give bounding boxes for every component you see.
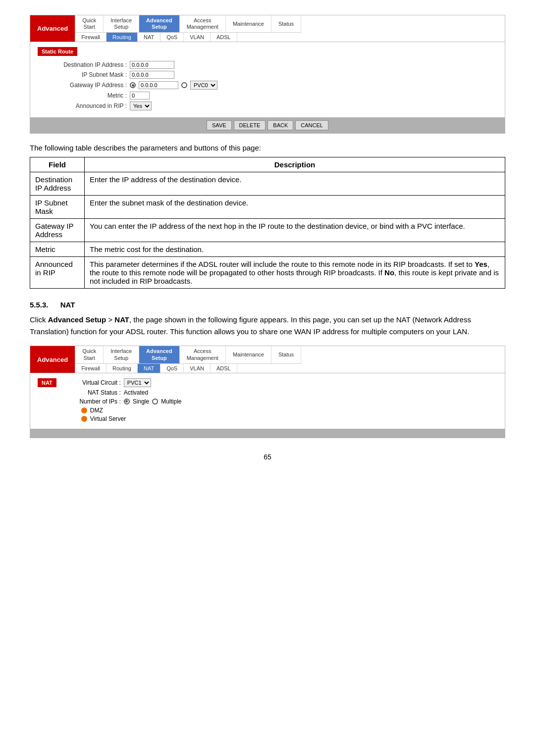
- section-number: 5.5.3.: [30, 301, 49, 309]
- cancel-button[interactable]: CANCEL: [295, 120, 328, 130]
- section-label-1: Static Route: [38, 47, 77, 56]
- nav-nat[interactable]: NAT: [138, 33, 160, 42]
- nav2-adsl[interactable]: ADSL: [211, 364, 237, 373]
- subnet-mask-label: IP Subnet Mask :: [48, 71, 127, 78]
- nav-top-2: Advanced QuickStart InterfaceSetup Advan…: [30, 346, 505, 373]
- nav2-routing[interactable]: Routing: [107, 364, 138, 373]
- nav-vlan[interactable]: VLAN: [184, 33, 211, 42]
- subnet-mask-row: IP Subnet Mask :: [48, 71, 497, 79]
- section-title: NAT: [60, 301, 75, 309]
- nav2-status[interactable]: Status: [271, 346, 301, 363]
- nav2-qos[interactable]: QoS: [160, 364, 184, 373]
- panel1-content: Static Route Destination IP Address : IP…: [30, 42, 505, 117]
- save-button[interactable]: SAVE: [207, 120, 232, 130]
- gateway-radio-group: PVC0 PVC1: [130, 81, 217, 90]
- nat-form: Virtual Circuit : PVC1 PVC0 NAT Status :…: [66, 378, 182, 424]
- panel2-content: NAT Virtual Circuit : PVC1 PVC0 NAT Stat…: [30, 373, 505, 429]
- metric-label: Metric :: [48, 92, 127, 99]
- nav2-interface-setup[interactable]: InterfaceSetup: [104, 346, 139, 363]
- nav-quick-start[interactable]: QuickStart: [75, 15, 104, 32]
- router-panel-2: Advanced QuickStart InterfaceSetup Advan…: [30, 346, 505, 438]
- nav-adsl[interactable]: ADSL: [211, 33, 237, 42]
- desc-destination: Enter the IP address of the destination …: [85, 172, 505, 196]
- announced-label: Announced in RIP :: [48, 102, 127, 109]
- dest-ip-row: Destination IP Address :: [48, 61, 497, 69]
- virtual-server-item[interactable]: Virtual Server: [81, 415, 182, 422]
- back-button[interactable]: BACK: [268, 120, 293, 130]
- subnet-mask-input[interactable]: [130, 71, 174, 79]
- nav2-quick-start[interactable]: QuickStart: [75, 346, 104, 363]
- num-ips-row: Number of IPs : Single Multiple: [66, 398, 182, 405]
- nav-top-row-1: QuickStart InterfaceSetup AdvancedSetup …: [75, 15, 301, 32]
- multiple-label: Multiple: [161, 398, 181, 405]
- dest-ip-label: Destination IP Address :: [48, 61, 127, 68]
- nat-status-value: Activated: [124, 389, 148, 396]
- nav2-firewall[interactable]: Firewall: [75, 364, 107, 373]
- table-row: DestinationIP Address Enter the IP addre…: [30, 172, 505, 196]
- field-subnet: IP SubnetMask: [30, 196, 85, 219]
- button-bar-1: SAVE DELETE BACK CANCEL: [30, 117, 505, 133]
- field-gateway: Gateway IPAddress: [30, 219, 85, 242]
- dest-ip-input[interactable]: [130, 61, 174, 69]
- nav2-vlan[interactable]: VLAN: [184, 364, 211, 373]
- table-row: Metric The metric cost for the destinati…: [30, 242, 505, 257]
- gateway-pvc-select[interactable]: PVC0 PVC1: [190, 81, 217, 90]
- nav-routing[interactable]: Routing: [107, 33, 138, 42]
- nav-firewall[interactable]: Firewall: [75, 33, 107, 42]
- virtual-circuit-select[interactable]: PVC1 PVC0: [124, 378, 151, 387]
- announced-select[interactable]: Yes No: [130, 101, 152, 110]
- nav-qos[interactable]: QoS: [160, 33, 184, 42]
- desc-table: Field Description DestinationIP Address …: [30, 157, 505, 289]
- body-text-nat: Click Advanced Setup > NAT, the page sho…: [30, 314, 505, 338]
- desc-announced: This parameter determines if the ADSL ro…: [85, 257, 505, 289]
- nav2-maintenance[interactable]: Maintenance: [226, 346, 271, 363]
- gateway-radio-pvc[interactable]: [181, 82, 187, 88]
- gateway-ip-label: Gateway IP Address :: [48, 82, 127, 89]
- table-row: IP SubnetMask Enter the subnet mask of t…: [30, 196, 505, 219]
- single-label: Single: [133, 398, 149, 405]
- metric-input[interactable]: [130, 92, 150, 100]
- nav-advanced-setup[interactable]: AdvancedSetup: [139, 15, 180, 32]
- nav-group-2: QuickStart InterfaceSetup AdvancedSetup …: [75, 346, 301, 372]
- nav2-advanced-setup[interactable]: AdvancedSetup: [139, 346, 180, 363]
- brand-2: Advanced: [30, 346, 75, 372]
- single-radio[interactable]: [124, 399, 130, 404]
- nat-status-label: NAT Status :: [66, 389, 121, 396]
- nav-group-1: QuickStart InterfaceSetup AdvancedSetup …: [75, 15, 301, 42]
- dmz-item[interactable]: DMZ: [81, 407, 182, 414]
- router-panel-1: Advanced QuickStart InterfaceSetup Advan…: [30, 15, 505, 134]
- section-label-2: NAT: [38, 378, 56, 387]
- desc-gateway: You can enter the IP address of the next…: [85, 219, 505, 242]
- nav2-access-mgmt[interactable]: AccessManagement: [180, 346, 226, 363]
- virtual-circuit-label: Virtual Circuit :: [66, 379, 121, 386]
- dmz-dot: [81, 407, 87, 413]
- desc-subnet: Enter the subnet mask of the destination…: [85, 196, 505, 219]
- nav-bottom-row-1: Firewall Routing NAT QoS VLAN ADSL: [75, 32, 301, 42]
- table-row: Announcedin RIP This parameter determine…: [30, 257, 505, 289]
- nav-top-1: Advanced QuickStart InterfaceSetup Advan…: [30, 15, 505, 42]
- gateway-ip-input[interactable]: [139, 81, 178, 89]
- gateway-radio-selected[interactable]: [130, 82, 136, 88]
- announced-row: Announced in RIP : Yes No: [48, 101, 497, 110]
- nav-maintenance[interactable]: Maintenance: [226, 15, 271, 32]
- delete-button[interactable]: DELETE: [234, 120, 266, 130]
- nav-access-mgmt[interactable]: AccessManagement: [180, 15, 226, 32]
- section-553-heading: 5.5.3. NAT: [30, 301, 505, 309]
- metric-row: Metric :: [48, 92, 497, 100]
- nav-status[interactable]: Status: [271, 15, 301, 32]
- page-number: 65: [30, 453, 505, 461]
- virtual-server-dot: [81, 416, 87, 422]
- nat-status-row: NAT Status : Activated: [66, 389, 182, 396]
- nav-interface-setup[interactable]: InterfaceSetup: [104, 15, 139, 32]
- col-header-field: Field: [30, 157, 85, 172]
- num-ips-label: Number of IPs :: [66, 398, 121, 405]
- virtual-circuit-row: Virtual Circuit : PVC1 PVC0: [66, 378, 182, 387]
- desc-text: The following table describes the parame…: [30, 144, 505, 152]
- nav2-nat[interactable]: NAT: [138, 364, 160, 373]
- multiple-radio[interactable]: [152, 399, 158, 404]
- field-metric: Metric: [30, 242, 85, 257]
- gateway-ip-row: Gateway IP Address : PVC0 PVC1: [48, 81, 497, 90]
- nav-top-row-2: QuickStart InterfaceSetup AdvancedSetup …: [75, 346, 301, 363]
- nav-bottom-row-2: Firewall Routing NAT QoS VLAN ADSL: [75, 363, 301, 373]
- desc-metric: The metric cost for the destination.: [85, 242, 505, 257]
